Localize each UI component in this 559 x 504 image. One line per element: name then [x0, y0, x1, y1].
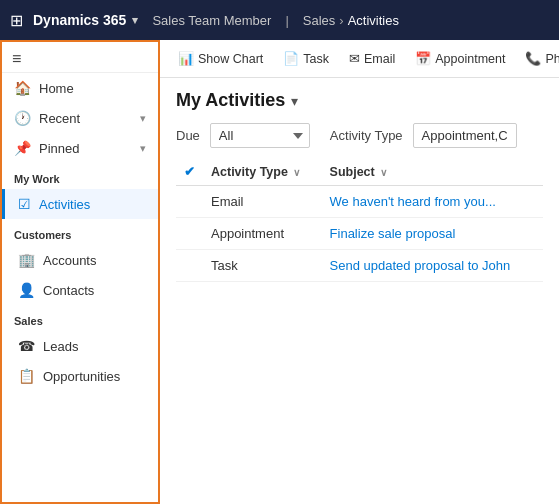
- sidebar-top: ≡: [2, 42, 158, 73]
- accounts-icon: 🏢: [18, 252, 35, 268]
- sidebar-item-home[interactable]: 🏠 Home: [2, 73, 158, 103]
- leads-icon: ☎: [18, 338, 35, 354]
- col-check: ✔: [176, 158, 203, 186]
- sidebar-item-home-label: Home: [39, 81, 74, 96]
- check-header-icon: ✔: [184, 164, 195, 179]
- activities-icon: ☑: [18, 196, 31, 212]
- pinned-arrow-icon: ▾: [140, 142, 146, 155]
- breadcrumb: Sales › Activities: [303, 13, 399, 28]
- appointment-button[interactable]: 📅 Appointment: [407, 46, 513, 71]
- contacts-icon: 👤: [18, 282, 35, 298]
- sort-subject-icon: ∨: [380, 167, 387, 178]
- section-label-my-work: My Work: [2, 163, 158, 189]
- breadcrumb-separator-1: |: [285, 13, 288, 28]
- table-row: Email We haven't heard from you...: [176, 186, 543, 218]
- toolbar: 📊 Show Chart 📄 Task ✉ Email 📅 Appointmen…: [160, 40, 559, 78]
- row-subject-2[interactable]: Finalize sale proposal: [322, 218, 543, 250]
- section-label-sales: Sales: [2, 305, 158, 331]
- section-label-customers: Customers: [2, 219, 158, 245]
- show-chart-label: Show Chart: [198, 52, 263, 66]
- appointment-label: Appointment: [435, 52, 505, 66]
- home-icon: 🏠: [14, 80, 31, 96]
- content-area: My Activities ▾ Due All Activity Type Ap…: [160, 78, 559, 504]
- task-icon: 📄: [283, 51, 299, 66]
- show-chart-button[interactable]: 📊 Show Chart: [170, 46, 271, 71]
- phone-call-icon: 📞: [525, 51, 541, 66]
- title-dropdown-icon[interactable]: ▾: [291, 93, 298, 109]
- task-label: Task: [303, 52, 329, 66]
- sort-activity-type-icon: ∨: [293, 167, 300, 178]
- row-type-2: Appointment: [203, 218, 322, 250]
- row-check-3: [176, 250, 203, 282]
- email-label: Email: [364, 52, 395, 66]
- sidebar-item-opportunities-label: Opportunities: [43, 369, 120, 384]
- sidebar-item-activities[interactable]: ☑ Activities: [2, 189, 158, 219]
- content-title: My Activities: [176, 90, 285, 111]
- breadcrumb-activities: Activities: [348, 13, 399, 28]
- table-row: Appointment Finalize sale proposal: [176, 218, 543, 250]
- recent-icon: 🕐: [14, 110, 31, 126]
- hamburger-icon[interactable]: ≡: [12, 50, 21, 67]
- sidebar-item-contacts[interactable]: 👤 Contacts: [2, 275, 158, 305]
- pinned-icon: 📌: [14, 140, 31, 156]
- sidebar-item-pinned[interactable]: 📌 Pinned ▾: [2, 133, 158, 163]
- breadcrumb-arrow: ›: [339, 13, 343, 28]
- sidebar-item-leads-label: Leads: [43, 339, 78, 354]
- row-check-2: [176, 218, 203, 250]
- email-button[interactable]: ✉ Email: [341, 46, 403, 71]
- filter-type-label: Activity Type: [330, 128, 403, 143]
- main-content: 📊 Show Chart 📄 Task ✉ Email 📅 Appointmen…: [160, 40, 559, 504]
- breadcrumb-sales[interactable]: Sales: [303, 13, 336, 28]
- col-subject[interactable]: Subject ∨: [322, 158, 543, 186]
- app-logo[interactable]: Dynamics 365 ▾: [33, 12, 138, 28]
- filter-row: Due All Activity Type Appointment,C: [176, 123, 543, 148]
- phone-call-button[interactable]: 📞 Phone Call: [517, 46, 559, 71]
- task-button[interactable]: 📄 Task: [275, 46, 337, 71]
- app-name: Dynamics 365: [33, 12, 126, 28]
- filter-due-label: Due: [176, 128, 200, 143]
- sidebar-item-activities-label: Activities: [39, 197, 90, 212]
- row-check-1: [176, 186, 203, 218]
- sidebar-item-accounts-label: Accounts: [43, 253, 96, 268]
- filter-type-value[interactable]: Appointment,C: [413, 123, 517, 148]
- top-navigation: ⊞ Dynamics 365 ▾ Sales Team Member | Sal…: [0, 0, 559, 40]
- activity-table: ✔ Activity Type ∨ Subject ∨ Email We hav…: [176, 158, 543, 282]
- sidebar-item-pinned-label: Pinned: [39, 141, 79, 156]
- sidebar-item-recent[interactable]: 🕐 Recent ▾: [2, 103, 158, 133]
- email-icon: ✉: [349, 51, 360, 66]
- phone-call-label: Phone Call: [545, 52, 559, 66]
- chart-icon: 📊: [178, 51, 194, 66]
- row-type-1: Email: [203, 186, 322, 218]
- filter-due-select[interactable]: All: [210, 123, 310, 148]
- sidebar-item-recent-label: Recent: [39, 111, 80, 126]
- appointment-icon: 📅: [415, 51, 431, 66]
- app-dropdown-icon[interactable]: ▾: [132, 14, 138, 27]
- sidebar: ≡ 🏠 Home 🕐 Recent ▾ 📌 Pinned ▾ My Work ☑…: [0, 40, 160, 504]
- opportunities-icon: 📋: [18, 368, 35, 384]
- sidebar-item-leads[interactable]: ☎ Leads: [2, 331, 158, 361]
- sidebar-item-accounts[interactable]: 🏢 Accounts: [2, 245, 158, 275]
- content-title-row: My Activities ▾: [176, 90, 543, 111]
- nav-member-label: Sales Team Member: [152, 13, 271, 28]
- row-subject-3[interactable]: Send updated proposal to John: [322, 250, 543, 282]
- col-activity-type[interactable]: Activity Type ∨: [203, 158, 322, 186]
- sidebar-item-opportunities[interactable]: 📋 Opportunities: [2, 361, 158, 391]
- recent-arrow-icon: ▾: [140, 112, 146, 125]
- sidebar-item-contacts-label: Contacts: [43, 283, 94, 298]
- waffle-icon[interactable]: ⊞: [10, 11, 23, 30]
- row-subject-1[interactable]: We haven't heard from you...: [322, 186, 543, 218]
- table-row: Task Send updated proposal to John: [176, 250, 543, 282]
- row-type-3: Task: [203, 250, 322, 282]
